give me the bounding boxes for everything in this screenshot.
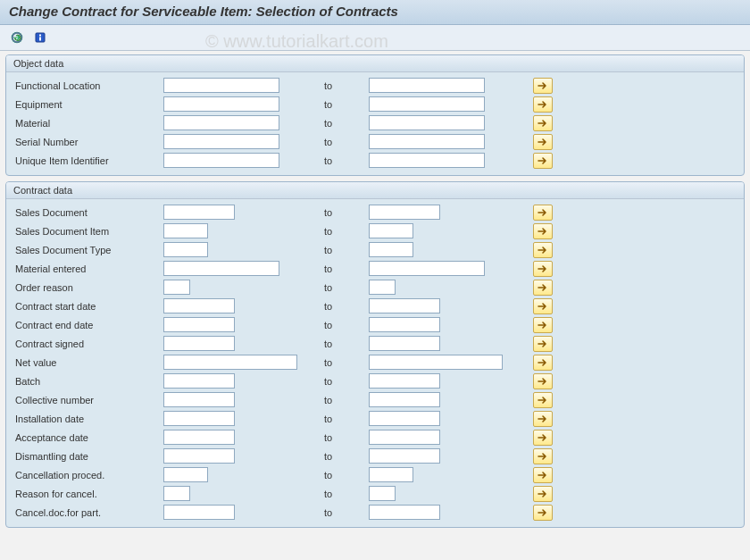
- from-input[interactable]: [163, 411, 235, 426]
- field-label: Sales Document Type: [12, 245, 163, 255]
- from-input[interactable]: [163, 242, 208, 257]
- to-label: to: [324, 263, 369, 274]
- arrow-right-icon: [538, 377, 548, 386]
- arrow-right-icon: [538, 246, 548, 255]
- selection-row: Unique Item Identifierto: [12, 151, 738, 170]
- from-input[interactable]: [163, 153, 279, 168]
- to-input[interactable]: [369, 298, 440, 313]
- selection-row: Contract end dateto: [12, 315, 738, 334]
- multiple-selection-button[interactable]: [533, 298, 553, 314]
- to-input[interactable]: [369, 223, 413, 238]
- to-input[interactable]: [369, 96, 485, 112]
- execute-icon: [11, 31, 23, 44]
- to-label: to: [324, 80, 369, 91]
- to-input[interactable]: [369, 411, 440, 426]
- from-input[interactable]: [163, 430, 235, 445]
- multiple-selection-button[interactable]: [533, 505, 553, 521]
- from-input[interactable]: [163, 205, 235, 220]
- to-input[interactable]: [369, 467, 413, 482]
- to-input[interactable]: [369, 355, 503, 370]
- multiple-selection-button[interactable]: [533, 242, 553, 258]
- field-label: Unique Item Identifier: [12, 155, 163, 166]
- to-label: to: [324, 376, 369, 387]
- multiple-selection-button[interactable]: [533, 430, 553, 446]
- to-input[interactable]: [369, 373, 440, 389]
- selection-row: Net valueto: [12, 353, 738, 372]
- field-label: Batch: [12, 376, 163, 387]
- field-label: Contract end date: [12, 320, 163, 330]
- to-label: to: [324, 470, 369, 481]
- from-input[interactable]: [163, 373, 235, 389]
- to-input[interactable]: [369, 134, 485, 149]
- from-input[interactable]: [163, 505, 235, 520]
- to-input[interactable]: [369, 392, 440, 407]
- multiple-selection-button[interactable]: [533, 336, 553, 352]
- field-label: Order reason: [12, 282, 163, 293]
- to-input[interactable]: [369, 261, 485, 276]
- multiple-selection-button[interactable]: [533, 411, 553, 427]
- from-input[interactable]: [163, 486, 190, 501]
- from-input[interactable]: [163, 317, 235, 332]
- to-input[interactable]: [369, 205, 440, 220]
- from-input[interactable]: [163, 355, 297, 370]
- group-header-contract-data: Contract data: [6, 182, 744, 199]
- execute-button[interactable]: [7, 28, 27, 47]
- from-input[interactable]: [163, 392, 235, 407]
- field-label: Installation date: [12, 414, 163, 424]
- from-input[interactable]: [163, 115, 279, 130]
- from-input[interactable]: [163, 467, 208, 482]
- to-input[interactable]: [369, 448, 440, 464]
- from-input[interactable]: [163, 134, 279, 149]
- from-input[interactable]: [163, 78, 279, 93]
- field-label: Acceptance date: [12, 432, 163, 443]
- from-input[interactable]: [163, 223, 208, 238]
- to-label: to: [324, 99, 369, 110]
- from-input[interactable]: [163, 298, 235, 313]
- arrow-right-icon: [538, 508, 548, 517]
- to-input[interactable]: [369, 486, 396, 501]
- selection-row: Materialto: [12, 113, 738, 132]
- to-input[interactable]: [369, 317, 440, 332]
- from-input[interactable]: [163, 336, 235, 351]
- multiple-selection-button[interactable]: [533, 205, 553, 221]
- field-label: Contract signed: [12, 339, 163, 349]
- arrow-right-icon: [538, 433, 548, 442]
- to-input[interactable]: [369, 115, 485, 130]
- info-button[interactable]: [30, 28, 50, 47]
- from-input[interactable]: [163, 280, 190, 295]
- info-icon: [34, 31, 46, 44]
- to-input[interactable]: [369, 430, 440, 445]
- arrow-right-icon: [538, 302, 548, 311]
- multiple-selection-button[interactable]: [533, 223, 553, 239]
- multiple-selection-button[interactable]: [533, 317, 553, 333]
- to-input[interactable]: [369, 78, 485, 93]
- multiple-selection-button[interactable]: [533, 355, 553, 371]
- selection-row: Contract signedto: [12, 334, 738, 353]
- selection-row: Functional Locationto: [12, 76, 738, 95]
- to-label: to: [324, 137, 369, 147]
- from-input[interactable]: [163, 448, 235, 464]
- multiple-selection-button[interactable]: [533, 115, 553, 131]
- multiple-selection-button[interactable]: [533, 134, 553, 150]
- to-input[interactable]: [369, 242, 413, 257]
- field-label: Cancel.doc.for part.: [12, 507, 163, 518]
- multiple-selection-button[interactable]: [533, 153, 553, 169]
- field-label: Collective number: [12, 395, 163, 405]
- multiple-selection-button[interactable]: [533, 261, 553, 277]
- multiple-selection-button[interactable]: [533, 373, 553, 389]
- to-label: to: [324, 489, 369, 499]
- multiple-selection-button[interactable]: [533, 280, 553, 296]
- to-input[interactable]: [369, 505, 440, 520]
- multiple-selection-button[interactable]: [533, 96, 553, 113]
- from-input[interactable]: [163, 261, 279, 276]
- to-input[interactable]: [369, 153, 485, 168]
- from-input[interactable]: [163, 96, 279, 112]
- multiple-selection-button[interactable]: [533, 392, 553, 408]
- selection-row: Sales Document Typeto: [12, 240, 738, 259]
- multiple-selection-button[interactable]: [533, 78, 553, 94]
- to-input[interactable]: [369, 280, 396, 295]
- multiple-selection-button[interactable]: [533, 486, 553, 502]
- multiple-selection-button[interactable]: [533, 448, 553, 464]
- multiple-selection-button[interactable]: [533, 467, 553, 483]
- to-input[interactable]: [369, 336, 440, 351]
